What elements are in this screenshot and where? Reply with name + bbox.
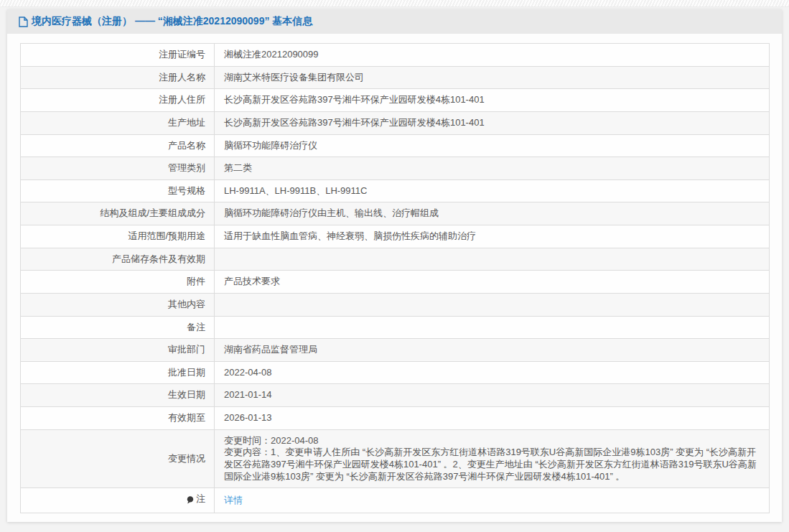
row-value: 湖南艾米特医疗设备集团有限公司 [215, 66, 770, 89]
row-label: 审批部门 [21, 339, 215, 362]
table-row: 生效日期 2021-01-14 [21, 384, 770, 407]
row-label: 型号规格 [21, 179, 215, 202]
row-label: 结构及组成/主要组成成分 [21, 202, 215, 225]
row-value [215, 248, 770, 271]
row-value: 第二类 [215, 157, 770, 180]
registration-info-table: 注册证编号 湘械注准20212090099 注册人名称 湖南艾米特医疗设备集团有… [20, 43, 770, 513]
row-label: 注册证编号 [21, 44, 215, 67]
table-row: 产品名称 脑循环功能障碍治疗仪 [21, 134, 770, 157]
table-row: 注册人名称 湖南艾米特医疗设备集团有限公司 [21, 66, 770, 89]
table-row: 生产地址 长沙高新开发区谷苑路397号湘牛环保产业园研发楼4栋101-401 [21, 111, 770, 134]
row-value: 湘械注准20212090099 [215, 44, 770, 67]
row-label: 生效日期 [21, 384, 215, 407]
change-history-row: 变更情况 变更时间：2022-04-08 变更内容：1、变更申请人住所由 “长沙… [21, 429, 770, 488]
row-value: 2021-01-14 [215, 384, 770, 407]
row-label: 注册人住所 [21, 89, 215, 112]
row-value: 湖南省药品监督管理局 [215, 339, 770, 362]
row-label: 生产地址 [21, 111, 215, 134]
row-label: 备注 [21, 316, 215, 339]
change-time-line: 变更时间：2022-04-08 [224, 435, 760, 447]
note-value-cell: 详情 [215, 488, 770, 513]
change-content-line: 变更内容：1、变更申请人住所由 “长沙高新开发区东方红街道林语路319号联东U谷… [224, 447, 760, 482]
row-value: 产品技术要求 [215, 271, 770, 294]
row-label: 注册人名称 [21, 66, 215, 89]
change-history-value: 变更时间：2022-04-08 变更内容：1、变更申请人住所由 “长沙高新开发区… [215, 429, 770, 488]
card-body: 注册证编号 湘械注准20212090099 注册人名称 湖南艾米特医疗设备集团有… [7, 34, 782, 522]
note-label-cell: 注 [21, 488, 215, 513]
row-value: 脑循环功能障碍治疗仪由主机、输出线、治疗帽组成 [215, 202, 770, 225]
row-label: 附件 [21, 271, 215, 294]
table-row: 产品储存条件及有效期 [21, 248, 770, 271]
table-row: 管理类别 第二类 [21, 157, 770, 180]
row-label: 适用范围/预期用途 [21, 225, 215, 248]
page-title-text: 境内医疗器械（注册） —— “湘械注准20212090099” 基本信息 [32, 15, 312, 28]
note-row: 注 详情 [21, 488, 770, 513]
page: 境内医疗器械（注册） —— “湘械注准20212090099” 基本信息 注册证… [0, 0, 789, 532]
page-title: 境内医疗器械（注册） —— “湘械注准20212090099” 基本信息 [19, 15, 312, 28]
table-row: 适用范围/预期用途 适用于缺血性脑血管病、神经衰弱、脑损伤性疾病的辅助治疗 [21, 225, 770, 248]
row-label: 其他内容 [21, 293, 215, 316]
row-label: 产品储存条件及有效期 [21, 248, 215, 271]
table-row: 附件 产品技术要求 [21, 271, 770, 294]
row-value: 2022-04-08 [215, 361, 770, 384]
table-row: 其他内容 [21, 293, 770, 316]
row-label: 有效期至 [21, 407, 215, 430]
row-value: LH-9911A、LH-9911B、LH-9911C [215, 179, 770, 202]
table-row: 批准日期 2022-04-08 [21, 361, 770, 384]
top-hatch-strip [0, 0, 789, 7]
document-icon [19, 17, 28, 27]
table-row: 型号规格 LH-9911A、LH-9911B、LH-9911C [21, 179, 770, 202]
row-label: 批准日期 [21, 361, 215, 384]
card-header: 境内医疗器械（注册） —— “湘械注准20212090099” 基本信息 [7, 9, 782, 34]
row-value [215, 293, 770, 316]
comment-balloon-icon [187, 495, 194, 503]
table-row: 有效期至 2026-01-13 [21, 407, 770, 430]
row-value: 长沙高新开发区谷苑路397号湘牛环保产业园研发楼4栋101-401 [215, 111, 770, 134]
row-value: 2026-01-13 [215, 407, 770, 430]
row-label: 管理类别 [21, 157, 215, 180]
table-row: 审批部门 湖南省药品监督管理局 [21, 339, 770, 362]
registration-info-card: 境内医疗器械（注册） —— “湘械注准20212090099” 基本信息 注册证… [7, 9, 782, 522]
row-label: 产品名称 [21, 134, 215, 157]
table-row: 注册证编号 湘械注准20212090099 [21, 44, 770, 67]
row-label: 变更情况 [21, 429, 215, 488]
table-row: 备注 [21, 316, 770, 339]
row-value: 适用于缺血性脑血管病、神经衰弱、脑损伤性疾病的辅助治疗 [215, 225, 770, 248]
details-link[interactable]: 详情 [224, 495, 243, 505]
row-value [215, 316, 770, 339]
table-row: 注册人住所 长沙高新开发区谷苑路397号湘牛环保产业园研发楼4栋101-401 [21, 89, 770, 112]
table-row: 结构及组成/主要组成成分 脑循环功能障碍治疗仪由主机、输出线、治疗帽组成 [21, 202, 770, 225]
row-value: 长沙高新开发区谷苑路397号湘牛环保产业园研发楼4栋101-401 [215, 89, 770, 112]
note-label-text: 注 [196, 493, 205, 505]
row-value: 脑循环功能障碍治疗仪 [215, 134, 770, 157]
